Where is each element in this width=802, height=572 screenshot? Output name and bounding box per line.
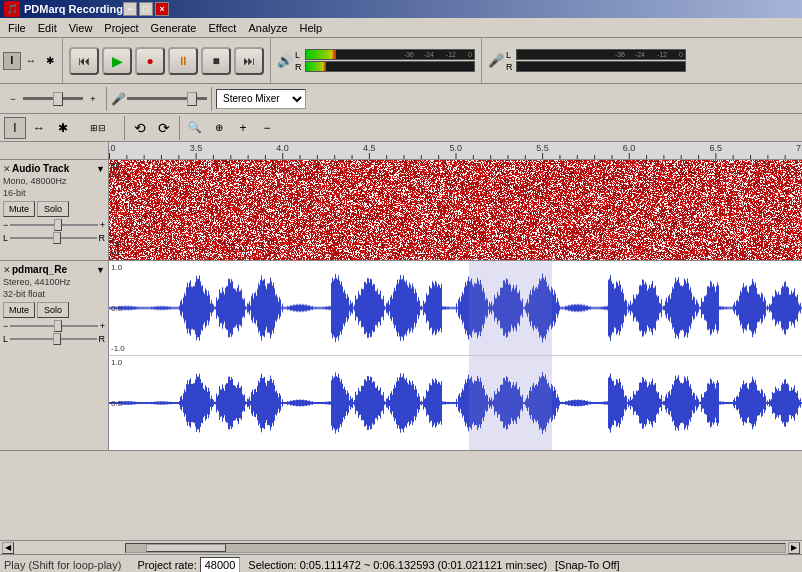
output-l-label: L <box>295 50 303 60</box>
scroll-left-button[interactable]: ◀ <box>2 542 14 554</box>
maximize-button[interactable]: □ <box>139 2 153 16</box>
stop-button[interactable]: ■ <box>201 47 231 75</box>
zoom-in-btn[interactable]: + <box>232 117 254 139</box>
titlebar: 🎵 PDMarq Recording − □ × <box>0 0 802 18</box>
ruler-canvas <box>109 142 802 159</box>
status-rate-label: Project rate: <box>137 559 196 571</box>
status-rate-value[interactable]: 48000 <box>200 557 241 573</box>
play-button[interactable]: ▶ <box>102 47 132 75</box>
close-button[interactable]: × <box>155 2 169 16</box>
undo-button[interactable]: ⟲ <box>129 117 151 139</box>
toolbar-edit: I ↔ ✱ ⊞⊟ ⟲ ⟳ 🔍 ⊕ + − <box>0 114 802 142</box>
pdmarq-pan-l: L <box>3 334 8 344</box>
status-play-hint: Play (Shift for loop-play) <box>4 559 121 571</box>
app-icon: 🎵 <box>4 1 20 17</box>
toolbar-tools: − + 🎤 Stereo Mixer Mono Mix Left Channel… <box>0 84 802 114</box>
titlebar-title: PDMarq Recording <box>24 3 123 15</box>
pan-r-label: R <box>99 233 106 243</box>
input-r-label: R <box>506 62 514 72</box>
pan-l-label: L <box>3 233 8 243</box>
pdmarq-track-info: Stereo, 44100Hz 32-bit float <box>3 277 105 300</box>
status-snap: [Snap-To Off] <box>555 559 620 571</box>
audio-volume-slider[interactable] <box>54 219 62 231</box>
window-controls: − □ × <box>123 2 169 16</box>
skip-to-end-button[interactable]: ⏭ <box>234 47 264 75</box>
input-l-label: L <box>506 50 514 60</box>
volume-up-btn[interactable]: + <box>84 90 102 108</box>
menu-view[interactable]: View <box>63 20 99 36</box>
pdmarq-track-waveform[interactable]: 1.0 0.0 -1.0 1.0 0.5 <box>109 261 802 450</box>
mic-tool-icon: 🎤 <box>111 92 126 106</box>
pause-button[interactable]: ⏸ <box>168 47 198 75</box>
selection-tool[interactable]: I <box>4 117 26 139</box>
blue-waveform-ch1-canvas <box>109 261 802 355</box>
pdmarq-vol-minus: − <box>3 321 8 331</box>
menu-analyze[interactable]: Analyze <box>242 20 293 36</box>
pdmarq-track-close[interactable]: ✕ <box>3 265 11 275</box>
audio-track-info: Mono, 48000Hz 16-bit <box>3 176 105 199</box>
volume-slider-thumb[interactable] <box>53 92 63 106</box>
tool-select[interactable]: I <box>3 52 21 70</box>
blue-waveform-ch2-canvas <box>109 356 802 450</box>
audio-track-controls: ✕ Audio Track ▼ Mono, 48000Hz 16-bit Mut… <box>0 160 109 260</box>
draw-tool[interactable]: ✱ <box>52 117 74 139</box>
pdmarq-pan-slider[interactable] <box>53 333 61 345</box>
envelope-tool[interactable]: ↔ <box>28 117 50 139</box>
skip-to-start-button[interactable]: ⏮ <box>69 47 99 75</box>
pdmarq-track-solo[interactable]: Solo <box>37 302 69 318</box>
menu-effect[interactable]: Effect <box>202 20 242 36</box>
zoom-fit[interactable]: ⊕ <box>208 117 230 139</box>
scroll-track[interactable] <box>125 543 786 553</box>
zoom-normal[interactable]: 🔍 <box>184 117 206 139</box>
scroll-right-button[interactable]: ▶ <box>788 542 800 554</box>
audio-track-dropdown[interactable]: ▼ <box>96 164 105 174</box>
volume-down-btn[interactable]: − <box>4 90 22 108</box>
zoom-tool[interactable]: ⊞⊟ <box>76 117 120 139</box>
minimize-button[interactable]: − <box>123 2 137 16</box>
pdmarq-track-name: pdmarq_Re <box>12 264 96 275</box>
tracks-container: ✕ Audio Track ▼ Mono, 48000Hz 16-bit Mut… <box>0 160 802 540</box>
mixer-select[interactable]: Stereo Mixer Mono Mix Left Channel Right… <box>216 89 306 109</box>
audio-track-close[interactable]: ✕ <box>3 164 11 174</box>
record-button[interactable]: ● <box>135 47 165 75</box>
menu-project[interactable]: Project <box>98 20 144 36</box>
pdmarq-vol-plus: + <box>100 321 105 331</box>
audio-track-solo[interactable]: Solo <box>37 201 69 217</box>
volume-plus-label: + <box>100 220 105 230</box>
pdmarq-track-mute[interactable]: Mute <box>3 302 35 318</box>
pdmarq-volume-slider[interactable] <box>54 320 62 332</box>
menu-help[interactable]: Help <box>294 20 329 36</box>
scroll-thumb[interactable] <box>146 544 226 552</box>
pdmarq-track: ✕ pdmarq_Re ▼ Stereo, 44100Hz 32-bit flo… <box>0 261 802 451</box>
menu-edit[interactable]: Edit <box>32 20 63 36</box>
pdmarq-pan-r: R <box>99 334 106 344</box>
menu-generate[interactable]: Generate <box>145 20 203 36</box>
status-selection: Selection: 0:05.111472 ~ 0:06.132593 (0:… <box>248 559 547 571</box>
redo-button[interactable]: ⟳ <box>153 117 175 139</box>
mic-icon[interactable]: 🎤 <box>488 53 504 68</box>
audio-track: ✕ Audio Track ▼ Mono, 48000Hz 16-bit Mut… <box>0 160 802 261</box>
statusbar: Play (Shift for loop-play) Project rate:… <box>0 554 802 572</box>
zoom-out-btn[interactable]: − <box>256 117 278 139</box>
volume-minus-label: − <box>3 220 8 230</box>
pdmarq-track-controls: ✕ pdmarq_Re ▼ Stereo, 44100Hz 32-bit flo… <box>0 261 109 450</box>
audio-track-waveform[interactable]: 8KHz 187Hz <box>109 160 802 260</box>
audio-track-mute[interactable]: Mute <box>3 201 35 217</box>
timeline-ruler[interactable] <box>0 142 802 160</box>
tool-draw[interactable]: ✱ <box>41 52 59 70</box>
horizontal-scrollbar[interactable]: ◀ ▶ <box>0 540 802 554</box>
speaker-icon[interactable]: 🔊 <box>277 53 293 68</box>
menubar: File Edit View Project Generate Effect A… <box>0 18 802 38</box>
pdmarq-track-dropdown[interactable]: ▼ <box>96 265 105 275</box>
menu-file[interactable]: File <box>2 20 32 36</box>
red-waveform-canvas <box>109 160 802 260</box>
output-r-label: R <box>295 62 303 72</box>
input-slider-thumb[interactable] <box>187 92 197 106</box>
audio-pan-slider[interactable] <box>53 232 61 244</box>
audio-track-name: Audio Track <box>12 163 96 174</box>
tool-envelope[interactable]: ↔ <box>22 52 40 70</box>
